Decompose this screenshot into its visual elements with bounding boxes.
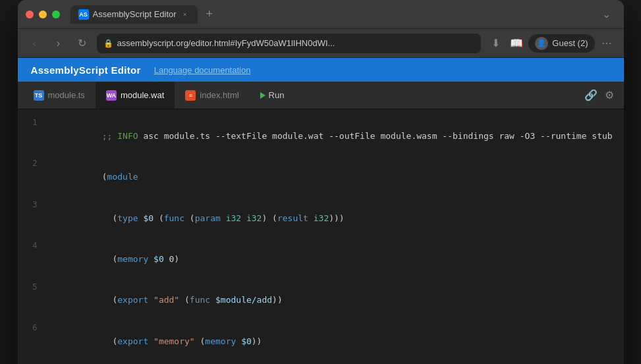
tab-close-button[interactable]: × bbox=[181, 10, 190, 19]
reader-mode-button[interactable]: 📖 bbox=[507, 34, 526, 53]
user-avatar-icon: 👤 bbox=[535, 37, 548, 50]
guest-user-button[interactable]: 👤 Guest (2) bbox=[528, 34, 594, 53]
line-number-1: 1 bbox=[18, 117, 51, 129]
line-content-3: (type $0 (func (param i32 i32) (result i… bbox=[51, 198, 345, 239]
app-title: AssemblyScript Editor bbox=[31, 65, 141, 76]
refresh-button[interactable]: ↻ bbox=[73, 34, 92, 53]
html-file-icon: ≡ bbox=[185, 90, 196, 101]
tab-module-ts[interactable]: TS module.ts bbox=[23, 82, 96, 109]
minimize-window-button[interactable] bbox=[39, 11, 47, 18]
code-line-2: 2 (module bbox=[18, 157, 624, 197]
ts-file-icon: TS bbox=[34, 90, 44, 101]
tab-label-module-ts: module.ts bbox=[48, 90, 85, 100]
tab-favicon: AS bbox=[78, 9, 89, 20]
tab-title: AssemblyScript Editor bbox=[93, 9, 177, 19]
tab-index-html[interactable]: ≡ index.html bbox=[175, 82, 249, 109]
line-content-4: (memory $0 0) bbox=[51, 239, 180, 280]
file-tabs: TS module.ts WA module.wat ≡ index.html … bbox=[18, 82, 624, 109]
title-bar: AS AssemblyScript Editor × + ⌄ bbox=[18, 0, 624, 29]
line-number-2: 2 bbox=[18, 157, 51, 170]
line-number-5: 5 bbox=[18, 281, 51, 294]
line-content-5: (export "add" (func $module/add)) bbox=[51, 280, 283, 321]
line-number-4: 4 bbox=[18, 240, 51, 252]
line-content-1: ;; INFO asc module.ts --textFile module.… bbox=[51, 116, 613, 157]
code-line-5: 5 (export "add" (func $module/add)) bbox=[18, 280, 624, 321]
run-label: Run bbox=[269, 90, 285, 100]
guest-label: Guest (2) bbox=[552, 38, 588, 48]
new-tab-button[interactable]: + bbox=[200, 5, 219, 24]
language-doc-link[interactable]: Language documentation bbox=[154, 65, 251, 75]
back-button[interactable]: ‹ bbox=[26, 34, 44, 53]
download-button[interactable]: ⬇ bbox=[486, 34, 505, 53]
line-number-6: 6 bbox=[18, 322, 51, 334]
link-button[interactable]: 🔗 bbox=[582, 86, 600, 105]
line-number-3: 3 bbox=[18, 199, 51, 211]
run-icon bbox=[260, 92, 265, 99]
code-line-3: 3 (type $0 (func (param i32 i32) (result… bbox=[18, 198, 624, 239]
browser-window: AS AssemblyScript Editor × + ⌄ ‹ › ↻ 🔒 a… bbox=[18, 0, 624, 364]
traffic-lights bbox=[26, 11, 60, 18]
more-options-button[interactable]: ⋯ bbox=[598, 34, 616, 53]
code-editor[interactable]: 1 ;; INFO asc module.ts --textFile modul… bbox=[18, 109, 624, 364]
nav-right-actions: ⬇ 📖 👤 Guest (2) ⋯ bbox=[486, 34, 615, 53]
tab-label-index-html: index.html bbox=[200, 90, 238, 100]
nav-bar: ‹ › ↻ 🔒 assemblyscript.org/editor.html#I… bbox=[18, 29, 624, 58]
chevron-down-icon[interactable]: ⌄ bbox=[598, 5, 616, 24]
app-bar: AssemblyScript Editor Language documenta… bbox=[18, 58, 624, 82]
code-line-6: 6 (export "memory" (memory $0)) bbox=[18, 321, 624, 362]
forward-button[interactable]: › bbox=[49, 34, 68, 53]
editor-container: TS module.ts WA module.wat ≡ index.html … bbox=[18, 82, 624, 364]
close-window-button[interactable] bbox=[26, 11, 34, 18]
address-bar[interactable]: 🔒 assemblyscript.org/editor.html#IyFydW5… bbox=[97, 34, 482, 53]
line-content-2: (module bbox=[51, 157, 138, 197]
code-line-1: 1 ;; INFO asc module.ts --textFile modul… bbox=[18, 116, 624, 157]
tab-label-module-wat: module.wat bbox=[121, 90, 164, 100]
settings-button[interactable]: ⚙ bbox=[600, 86, 619, 105]
tab-bar: AS AssemblyScript Editor × + bbox=[70, 5, 592, 24]
tab-module-wat[interactable]: WA module.wat bbox=[96, 82, 175, 109]
lock-icon: 🔒 bbox=[103, 39, 113, 48]
address-text: assemblyscript.org/editor.html#IyFydW50a… bbox=[117, 38, 335, 48]
maximize-window-button[interactable] bbox=[52, 11, 60, 18]
code-line-4: 4 (memory $0 0) bbox=[18, 239, 624, 280]
line-content-6: (export "memory" (memory $0)) bbox=[51, 321, 262, 362]
browser-tab-active[interactable]: AS AssemblyScript Editor × bbox=[70, 5, 198, 24]
run-button[interactable]: Run bbox=[252, 88, 293, 103]
wat-file-icon: WA bbox=[106, 90, 117, 101]
